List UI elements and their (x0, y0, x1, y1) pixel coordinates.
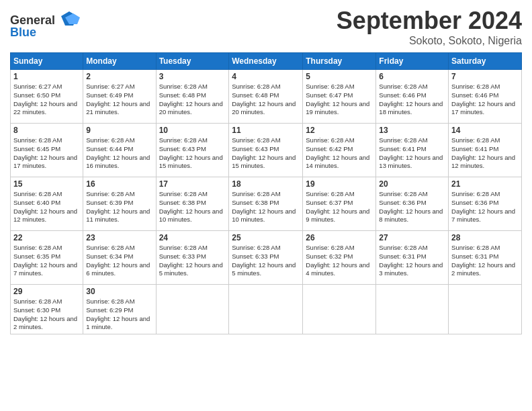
logo-text: General Blue (10, 9, 91, 44)
calendar-cell: 20 Sunrise: 6:28 AM Sunset: 6:36 PM Dayl… (376, 177, 449, 231)
day-info: Sunrise: 6:28 AM Sunset: 6:37 PM Dayligh… (306, 190, 373, 224)
day-number: 29 (13, 287, 80, 296)
day-info: Sunrise: 6:28 AM Sunset: 6:32 PM Dayligh… (306, 244, 373, 278)
day-number: 8 (13, 126, 80, 135)
calendar-cell: 30 Sunrise: 6:28 AM Sunset: 6:29 PM Dayl… (83, 285, 156, 334)
header: General Blue September 2024 Sokoto, Soko… (10, 7, 522, 47)
calendar-cell: 8 Sunrise: 6:28 AM Sunset: 6:45 PM Dayli… (11, 124, 83, 177)
calendar-cell: 17 Sunrise: 6:28 AM Sunset: 6:38 PM Dayl… (156, 177, 229, 231)
day-info: Sunrise: 6:27 AM Sunset: 6:49 PM Dayligh… (86, 83, 152, 117)
calendar-cell (303, 285, 376, 334)
month-title: September 2024 (337, 7, 522, 35)
day-info: Sunrise: 6:28 AM Sunset: 6:33 PM Dayligh… (232, 244, 300, 278)
calendar-cell: 5 Sunrise: 6:28 AM Sunset: 6:47 PM Dayli… (303, 70, 376, 124)
day-number: 11 (232, 126, 300, 135)
calendar-cell: 25 Sunrise: 6:28 AM Sunset: 6:33 PM Dayl… (229, 231, 303, 285)
calendar-cell: 9 Sunrise: 6:28 AM Sunset: 6:44 PM Dayli… (83, 124, 156, 177)
day-number: 10 (159, 126, 226, 135)
calendar-cell (229, 285, 303, 334)
calendar-cell: 23 Sunrise: 6:28 AM Sunset: 6:34 PM Dayl… (83, 231, 156, 285)
day-number: 7 (451, 72, 519, 81)
day-info: Sunrise: 6:28 AM Sunset: 6:46 PM Dayligh… (451, 83, 519, 117)
day-number: 4 (232, 72, 300, 81)
day-number: 26 (306, 233, 373, 242)
day-number: 23 (86, 233, 152, 242)
calendar-cell: 19 Sunrise: 6:28 AM Sunset: 6:37 PM Dayl… (303, 177, 376, 231)
calendar-cell: 12 Sunrise: 6:28 AM Sunset: 6:42 PM Dayl… (303, 124, 376, 177)
day-info: Sunrise: 6:28 AM Sunset: 6:45 PM Dayligh… (13, 136, 80, 171)
col-wednesday: Wednesday (229, 53, 303, 70)
col-saturday: Saturday (449, 53, 522, 70)
day-number: 28 (451, 233, 519, 242)
calendar-cell: 21 Sunrise: 6:28 AM Sunset: 6:36 PM Dayl… (449, 177, 522, 231)
day-info: Sunrise: 6:28 AM Sunset: 6:40 PM Dayligh… (13, 190, 80, 224)
calendar-cell: 14 Sunrise: 6:28 AM Sunset: 6:41 PM Dayl… (449, 124, 522, 177)
calendar-cell: 27 Sunrise: 6:28 AM Sunset: 6:31 PM Dayl… (376, 231, 449, 285)
day-info: Sunrise: 6:28 AM Sunset: 6:47 PM Dayligh… (306, 83, 373, 117)
header-row: Sunday Monday Tuesday Wednesday Thursday… (11, 53, 522, 70)
week-row-3: 15 Sunrise: 6:28 AM Sunset: 6:40 PM Dayl… (11, 177, 522, 231)
day-info: Sunrise: 6:28 AM Sunset: 6:36 PM Dayligh… (451, 190, 519, 224)
logo: General Blue (10, 9, 91, 44)
svg-text:Blue: Blue (10, 26, 36, 39)
calendar-cell: 4 Sunrise: 6:28 AM Sunset: 6:48 PM Dayli… (229, 70, 303, 124)
svg-text:General: General (10, 13, 55, 27)
week-row-4: 22 Sunrise: 6:28 AM Sunset: 6:35 PM Dayl… (11, 231, 522, 285)
day-info: Sunrise: 6:28 AM Sunset: 6:36 PM Dayligh… (379, 190, 445, 224)
day-number: 27 (379, 233, 445, 242)
calendar-cell (376, 285, 449, 334)
day-info: Sunrise: 6:28 AM Sunset: 6:43 PM Dayligh… (159, 136, 226, 171)
day-number: 25 (232, 233, 300, 242)
calendar-cell: 11 Sunrise: 6:28 AM Sunset: 6:43 PM Dayl… (229, 124, 303, 177)
calendar-cell: 6 Sunrise: 6:28 AM Sunset: 6:46 PM Dayli… (376, 70, 449, 124)
calendar-table: Sunday Monday Tuesday Wednesday Thursday… (10, 52, 522, 334)
logo-svg: General Blue (10, 9, 91, 42)
week-row-2: 8 Sunrise: 6:28 AM Sunset: 6:45 PM Dayli… (11, 124, 522, 177)
day-info: Sunrise: 6:28 AM Sunset: 6:33 PM Dayligh… (159, 244, 226, 278)
day-number: 21 (451, 179, 519, 189)
col-thursday: Thursday (303, 53, 376, 70)
day-number: 14 (451, 126, 519, 135)
day-info: Sunrise: 6:28 AM Sunset: 6:38 PM Dayligh… (159, 190, 226, 224)
col-tuesday: Tuesday (156, 53, 229, 70)
day-info: Sunrise: 6:28 AM Sunset: 6:31 PM Dayligh… (451, 244, 519, 278)
day-number: 5 (306, 72, 373, 81)
col-friday: Friday (376, 53, 449, 70)
calendar-cell: 26 Sunrise: 6:28 AM Sunset: 6:32 PM Dayl… (303, 231, 376, 285)
location-subtitle: Sokoto, Sokoto, Nigeria (337, 35, 522, 47)
calendar-cell: 7 Sunrise: 6:28 AM Sunset: 6:46 PM Dayli… (449, 70, 522, 124)
col-sunday: Sunday (11, 53, 83, 70)
day-info: Sunrise: 6:28 AM Sunset: 6:30 PM Dayligh… (13, 298, 80, 332)
day-number: 22 (13, 233, 80, 242)
day-info: Sunrise: 6:28 AM Sunset: 6:48 PM Dayligh… (232, 83, 300, 117)
day-info: Sunrise: 6:28 AM Sunset: 6:34 PM Dayligh… (86, 244, 152, 278)
day-number: 30 (86, 287, 152, 296)
calendar-cell (449, 285, 522, 334)
day-info: Sunrise: 6:28 AM Sunset: 6:41 PM Dayligh… (379, 136, 445, 171)
calendar-cell: 3 Sunrise: 6:28 AM Sunset: 6:48 PM Dayli… (156, 70, 229, 124)
day-info: Sunrise: 6:28 AM Sunset: 6:39 PM Dayligh… (86, 190, 152, 224)
calendar-cell: 22 Sunrise: 6:28 AM Sunset: 6:35 PM Dayl… (11, 231, 83, 285)
day-number: 17 (159, 179, 226, 189)
col-monday: Monday (83, 53, 156, 70)
day-number: 12 (306, 126, 373, 135)
calendar-cell: 16 Sunrise: 6:28 AM Sunset: 6:39 PM Dayl… (83, 177, 156, 231)
day-info: Sunrise: 6:28 AM Sunset: 6:35 PM Dayligh… (13, 244, 80, 278)
calendar-cell: 15 Sunrise: 6:28 AM Sunset: 6:40 PM Dayl… (11, 177, 83, 231)
day-info: Sunrise: 6:28 AM Sunset: 6:38 PM Dayligh… (232, 190, 300, 224)
day-info: Sunrise: 6:28 AM Sunset: 6:29 PM Dayligh… (86, 298, 152, 332)
day-number: 13 (379, 126, 445, 135)
calendar-cell: 1 Sunrise: 6:27 AM Sunset: 6:50 PM Dayli… (11, 70, 83, 124)
calendar-cell: 10 Sunrise: 6:28 AM Sunset: 6:43 PM Dayl… (156, 124, 229, 177)
day-number: 24 (159, 233, 226, 242)
day-info: Sunrise: 6:28 AM Sunset: 6:46 PM Dayligh… (379, 83, 445, 117)
day-info: Sunrise: 6:28 AM Sunset: 6:43 PM Dayligh… (232, 136, 300, 171)
day-number: 1 (13, 72, 80, 81)
day-info: Sunrise: 6:28 AM Sunset: 6:44 PM Dayligh… (86, 136, 152, 171)
calendar-cell: 18 Sunrise: 6:28 AM Sunset: 6:38 PM Dayl… (229, 177, 303, 231)
day-number: 19 (306, 179, 373, 189)
day-info: Sunrise: 6:28 AM Sunset: 6:42 PM Dayligh… (306, 136, 373, 171)
week-row-1: 1 Sunrise: 6:27 AM Sunset: 6:50 PM Dayli… (11, 70, 522, 124)
calendar-cell: 13 Sunrise: 6:28 AM Sunset: 6:41 PM Dayl… (376, 124, 449, 177)
day-number: 16 (86, 179, 152, 189)
